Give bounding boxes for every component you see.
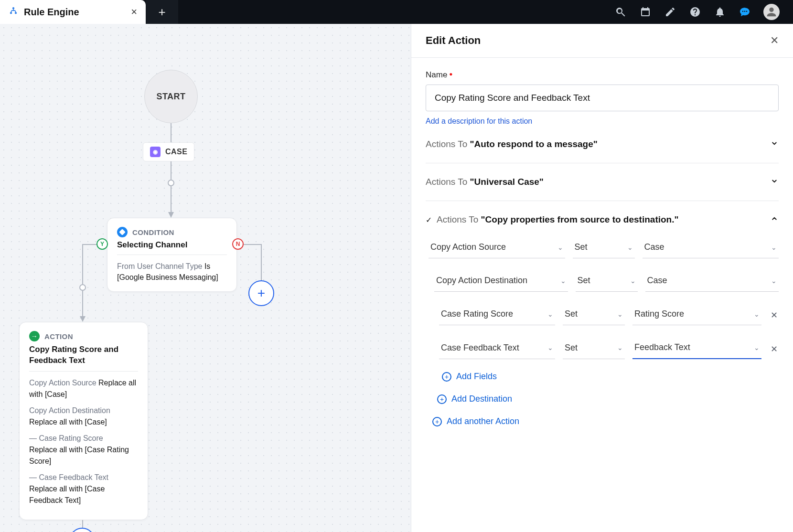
- close-tab-icon[interactable]: ×: [131, 6, 137, 18]
- yes-badge: Y: [96, 238, 108, 250]
- remove-field-icon[interactable]: ✕: [769, 310, 779, 320]
- field-op-select[interactable]: Set⌄: [563, 339, 625, 359]
- field-value-select[interactable]: Case⌄: [643, 238, 779, 258]
- edit-action-panel: Edit Action ✕ Name● Add a description fo…: [411, 24, 793, 532]
- section-toggle[interactable]: Actions To "Auto respond to a message": [426, 139, 779, 149]
- action-name-input[interactable]: [426, 85, 779, 111]
- chevron-down-icon: [770, 139, 779, 149]
- bell-icon[interactable]: [714, 6, 726, 18]
- help-icon[interactable]: [689, 6, 701, 18]
- case-label: CASE: [165, 148, 187, 156]
- field-value-select[interactable]: Rating Score⌄: [632, 305, 761, 325]
- add-another-action-button[interactable]: +Add another Action: [426, 416, 779, 426]
- action-card[interactable]: → ACTION Copy Rating Score and Feedback …: [19, 322, 148, 520]
- pencil-icon[interactable]: [664, 6, 676, 18]
- section-title: Actions To "Copy properties from source …: [437, 214, 679, 225]
- condition-body: From User Channel Type Is [Google Busine…: [117, 261, 227, 283]
- panel-title: Edit Action: [426, 34, 481, 47]
- field-op-select[interactable]: Set⌄: [576, 272, 638, 292]
- field-key-select[interactable]: Copy Action Destination⌄: [434, 272, 568, 292]
- new-tab-button[interactable]: +: [146, 0, 178, 24]
- action-body: Copy Action Source Replace all with [Cas…: [29, 377, 138, 506]
- svg-point-2: [15, 12, 17, 14]
- top-bar: Rule Engine × + 30: [0, 0, 793, 24]
- field-op-select[interactable]: Set⌄: [573, 238, 635, 258]
- plus-circle-icon: +: [432, 417, 442, 426]
- search-icon[interactable]: [614, 6, 627, 18]
- section-toggle[interactable]: Actions To "Universal Case": [426, 177, 779, 187]
- junction: [168, 180, 174, 186]
- svg-marker-7: [168, 212, 174, 218]
- svg-marker-9: [80, 316, 86, 322]
- condition-card[interactable]: CONDITION Selecting Channel From User Ch…: [107, 218, 237, 292]
- junction: [79, 284, 86, 291]
- field-op-select[interactable]: Set⌄: [563, 305, 625, 325]
- action-title: Copy Rating Score and Feedback Text: [29, 344, 138, 372]
- no-badge: N: [232, 238, 244, 250]
- close-panel-icon[interactable]: ✕: [770, 34, 779, 47]
- add-node-button-n[interactable]: +: [248, 280, 274, 306]
- svg-rect-11: [119, 229, 125, 235]
- section-title: Actions To "Universal Case": [426, 177, 544, 187]
- rule-canvas[interactable]: START ◉ CASE CONDITION Selecting Channel…: [0, 24, 411, 532]
- field-key-select[interactable]: Case Rating Score⌄: [439, 305, 555, 325]
- field-value-select[interactable]: Case⌄: [645, 272, 779, 292]
- browser-tab[interactable]: Rule Engine ×: [0, 0, 146, 24]
- chevron-up-icon: [770, 214, 779, 225]
- check-icon: ✓: [426, 215, 432, 224]
- add-node-button-bottom[interactable]: +: [69, 528, 95, 532]
- action-icon: →: [29, 331, 40, 341]
- chevron-down-icon: [770, 177, 779, 187]
- field-key-select[interactable]: Copy Action Source⌄: [429, 238, 565, 258]
- condition-icon: [117, 227, 128, 237]
- field-value-select[interactable]: Feedback Text⌄: [632, 339, 761, 359]
- tab-title: Rule Engine: [24, 7, 79, 18]
- add-fields-button[interactable]: +Add Fields: [426, 372, 779, 382]
- condition-label: CONDITION: [132, 228, 174, 236]
- case-icon: ◉: [150, 147, 161, 157]
- tree-icon: [9, 6, 18, 18]
- case-chip[interactable]: ◉ CASE: [143, 142, 194, 161]
- calendar-icon[interactable]: 30: [639, 6, 652, 18]
- section-title: Actions To "Auto respond to a message": [426, 139, 598, 149]
- name-label: Name●: [426, 70, 779, 80]
- section-toggle[interactable]: ✓Actions To "Copy properties from source…: [426, 214, 779, 225]
- svg-point-1: [10, 12, 12, 14]
- field-key-select[interactable]: Case Feedback Text⌄: [439, 339, 555, 359]
- remove-field-icon[interactable]: ✕: [769, 344, 779, 354]
- condition-title: Selecting Channel: [117, 240, 227, 255]
- plus-circle-icon: +: [442, 372, 451, 382]
- plus-circle-icon: +: [437, 394, 447, 404]
- chat-icon[interactable]: [739, 6, 751, 18]
- avatar[interactable]: [763, 4, 780, 20]
- start-node[interactable]: START: [144, 70, 198, 123]
- action-label: ACTION: [44, 332, 73, 340]
- svg-text:30: 30: [643, 11, 648, 16]
- svg-point-0: [12, 7, 14, 9]
- add-description-link[interactable]: Add a description for this action: [426, 117, 532, 126]
- add-destination-button[interactable]: +Add Destination: [426, 394, 779, 404]
